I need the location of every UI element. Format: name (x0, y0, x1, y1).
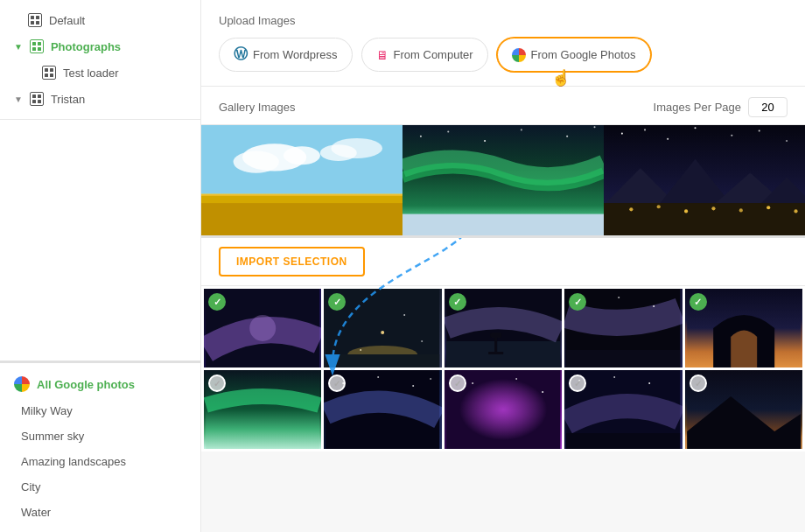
check-icon: ✓ (449, 293, 466, 311)
check-icon: ✓ (690, 293, 707, 311)
svg-point-31 (657, 205, 661, 208)
grid-icon (30, 39, 44, 53)
sidebar-item-water[interactable]: Water (0, 500, 200, 525)
sidebar-item-label: Summer sky (21, 430, 84, 443)
svg-point-32 (684, 209, 688, 213)
from-google-photos-button[interactable]: From Google Photos (497, 38, 651, 72)
svg-point-40 (382, 331, 385, 334)
grid-cell[interactable] (444, 370, 562, 449)
import-bar: IMPORT SELECTION (201, 238, 805, 286)
svg-point-23 (759, 130, 760, 131)
grid-cell[interactable]: ✓ (564, 289, 682, 368)
sidebar-item-summer-sky[interactable]: Summer sky (0, 424, 200, 449)
svg-point-68 (542, 391, 543, 393)
sidebar-item-label: Test loader (63, 66, 119, 80)
sidebar-item-label: City (21, 480, 40, 494)
from-wordpress-button[interactable]: Ⓦ From Wordpress (219, 38, 353, 72)
grid-cell[interactable]: ✓ (324, 289, 441, 368)
svg-point-65 (459, 379, 547, 440)
svg-point-36 (794, 209, 797, 213)
svg-rect-56 (566, 350, 680, 368)
svg-rect-51 (488, 352, 503, 354)
svg-point-6 (320, 144, 357, 161)
svg-point-13 (484, 140, 486, 142)
sidebar-item-label: Tristan (51, 93, 85, 106)
per-page-input[interactable] (748, 97, 788, 117)
button-label: From Google Photos (531, 48, 636, 61)
grid-cell[interactable] (564, 370, 682, 449)
grid-cell[interactable]: ✓ (204, 289, 321, 368)
svg-rect-8 (201, 203, 402, 235)
svg-rect-10 (402, 214, 604, 235)
mountain-image-svg (604, 125, 805, 235)
sidebar-item-milky-way[interactable]: Milky Way (0, 398, 200, 424)
sidebar-item-tristan[interactable]: ▼ Tristan (0, 86, 200, 112)
svg-point-71 (613, 376, 615, 378)
sidebar-item-label: Milky Way (21, 404, 73, 417)
svg-point-30 (629, 207, 633, 211)
svg-point-35 (766, 206, 770, 209)
gallery-header: Gallery Images Images Per Page (201, 87, 805, 124)
gallery-image-sky[interactable] (201, 125, 402, 235)
google-photos-icon (512, 48, 526, 62)
sidebar-item-test-loader[interactable]: Test loader (0, 60, 200, 86)
from-computer-button[interactable]: 🖥 From Computer (361, 38, 488, 72)
sidebar-item-label: Default (49, 14, 85, 27)
svg-point-66 (472, 382, 473, 384)
aurora-image-svg (402, 125, 604, 235)
svg-point-14 (521, 129, 522, 130)
sidebar-item-default[interactable]: Default (0, 7, 200, 33)
gallery-image-aurora[interactable] (402, 125, 604, 235)
chevron-down-icon: ▼ (14, 94, 23, 104)
sky-image-svg (201, 125, 402, 235)
sidebar-item-city[interactable]: City (0, 474, 200, 500)
gallery-image-mountain-night[interactable] (604, 125, 805, 235)
sidebar-item-label: Photographs (51, 40, 121, 53)
svg-point-72 (648, 382, 650, 384)
grid-cell[interactable] (324, 370, 441, 449)
svg-point-67 (515, 378, 517, 380)
import-selection-button[interactable]: IMPORT SELECTION (219, 247, 365, 276)
grid-cell[interactable]: ✓ (685, 289, 802, 368)
grid-icon (30, 92, 44, 106)
grid-cell[interactable]: ✓ (444, 289, 562, 368)
button-label: From Wordpress (253, 48, 338, 61)
svg-point-16 (594, 126, 596, 128)
grid-cell[interactable] (204, 370, 321, 449)
per-page-control: Images Per Page (654, 97, 788, 117)
check-icon (208, 374, 226, 392)
per-page-label: Images Per Page (654, 101, 741, 114)
sidebar-top: Default ▼ Photographs Test loader ▼ Tris… (0, 0, 200, 120)
svg-point-54 (618, 297, 620, 298)
sidebar-item-amazing-landscapes[interactable]: Amazing landscapes (0, 449, 200, 474)
svg-rect-29 (604, 203, 805, 235)
svg-rect-46 (326, 354, 440, 368)
chevron-down-icon: ▼ (14, 42, 23, 52)
svg-point-22 (731, 135, 732, 136)
svg-point-15 (566, 136, 568, 137)
button-label: From Computer (394, 48, 473, 61)
sidebar-item-label: Water (21, 506, 51, 519)
grid-icon (42, 66, 56, 80)
svg-point-24 (786, 140, 788, 142)
svg-point-20 (667, 138, 668, 140)
google-photos-sidebar: All Google photos Milky Way Summer sky A… (0, 360, 200, 532)
check-icon (690, 374, 707, 392)
sidebar-item-label: Amazing landscapes (21, 455, 126, 468)
grid-cell[interactable] (685, 370, 802, 449)
svg-point-4 (284, 146, 320, 164)
svg-point-19 (644, 129, 646, 130)
svg-point-12 (447, 130, 449, 132)
sidebar-item-photographs[interactable]: ▼ Photographs (0, 33, 200, 60)
main-content: Upload Images Ⓦ From Wordpress 🖥 From Co… (201, 0, 805, 532)
svg-point-33 (711, 206, 715, 210)
svg-rect-73 (566, 433, 680, 449)
svg-rect-50 (490, 332, 501, 338)
svg-point-42 (404, 314, 406, 316)
bottom-panel: IMPORT SELECTION ✓ ✓ (201, 238, 805, 532)
gallery-label: Gallery Images (219, 101, 295, 114)
check-icon: ✓ (208, 293, 226, 311)
upload-panel: Upload Images Ⓦ From Wordpress 🖥 From Co… (201, 0, 805, 87)
svg-point-62 (413, 385, 415, 387)
sidebar-item-all-google-photos[interactable]: All Google photos (0, 370, 200, 398)
